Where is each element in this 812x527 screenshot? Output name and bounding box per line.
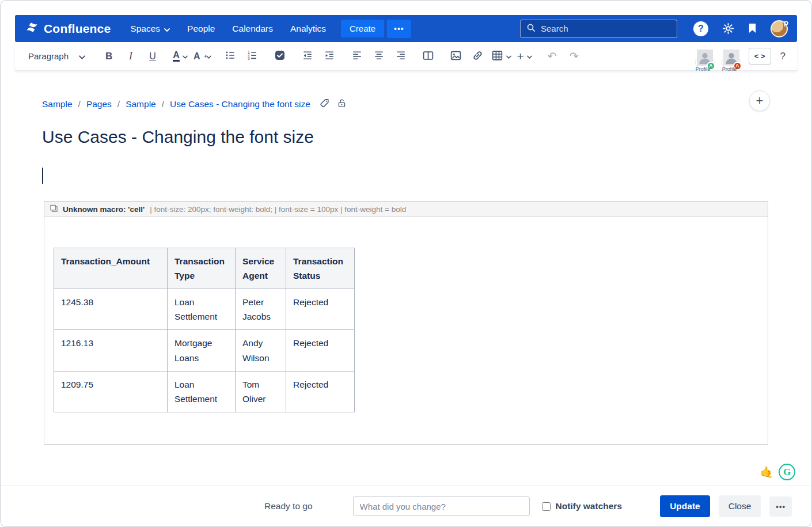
breadcrumb: Sample / Pages / Sample / Use Cases - Ch… [42,94,770,115]
underline-button[interactable]: U [144,48,161,65]
insert-table-button[interactable] [491,48,511,65]
numbered-list-button[interactable]: 123 [244,48,261,65]
more-formatting-button[interactable]: A+ [193,48,211,65]
editor-help-button[interactable]: ? [780,51,786,62]
svg-text:3: 3 [248,56,250,60]
search-input[interactable] [541,24,671,33]
chevron-down-icon [506,52,511,60]
collaborator-avatar[interactable]: A Profile [722,50,739,67]
transactions-table: Transaction_Amount Transaction Type Serv… [54,248,355,412]
page-title[interactable]: Use Cases - Changing the font size [42,127,770,147]
undo-button[interactable]: ↶ [544,48,561,65]
insert-link-button[interactable] [469,48,487,65]
italic-button[interactable]: I [122,48,139,65]
align-right-button[interactable] [392,48,409,65]
table-row: 1209.75 Loan Settlement Tom Oliver Rejec… [54,371,355,412]
column-header[interactable]: Service Agent [236,248,286,289]
nav-more-button[interactable]: ••• [387,20,411,38]
task-list-button[interactable] [271,48,289,65]
page-layout-icon [422,50,434,63]
macro-placeholder-icon [50,204,58,214]
task-checkbox-icon [274,50,286,63]
breadcrumb-link[interactable]: Sample [126,99,156,109]
create-button[interactable]: Create [341,20,384,37]
bullet-list-button[interactable] [222,48,239,65]
table-cell[interactable]: Rejected [286,371,355,412]
outdent-button[interactable] [299,48,316,65]
align-left-button[interactable] [348,48,366,65]
table-cell[interactable]: Loan Settlement [168,289,236,330]
table-header-row: Transaction_Amount Transaction Type Serv… [54,248,355,289]
align-center-button[interactable] [370,48,388,65]
nav-item-people[interactable]: People [187,24,215,34]
collaborator-avatar[interactable]: A Profile [696,50,713,67]
column-header[interactable]: Transaction Status [286,248,355,289]
column-header[interactable]: Transaction Type [168,248,236,289]
notify-watchers-option[interactable]: Notify watchers [542,501,622,511]
text-color-button[interactable]: A [172,48,189,65]
chevron-down-icon [79,51,85,61]
chevron-down-icon [527,52,532,60]
top-navigation: Confluence Spaces People Calendars Analy… [15,15,797,42]
unlock-restrictions-icon[interactable] [337,98,347,111]
breadcrumb-link[interactable]: Pages [86,99,112,109]
confluence-window: Confluence Spaces People Calendars Analy… [0,0,812,527]
image-icon [450,50,462,63]
labels-tag-icon[interactable] [320,98,330,111]
breadcrumb-link[interactable]: Sample [42,99,73,109]
help-icon[interactable]: ? [693,21,708,36]
breadcrumb-link[interactable]: Use Cases - Changing the font size [170,99,310,109]
nav-item-analytics[interactable]: Analytics [290,24,326,34]
version-comment-input[interactable] [353,496,530,516]
column-header[interactable]: Transaction_Amount [54,248,168,289]
notify-watchers-checkbox[interactable] [542,502,551,511]
table-cell[interactable]: 1245.38 [54,289,168,330]
close-button[interactable]: Close [719,495,761,517]
align-right-icon [395,50,407,63]
search-box[interactable] [520,20,677,38]
collaborator-caption: Profile [722,66,737,72]
nav-item-calendars[interactable]: Calendars [232,24,273,34]
outdent-icon [302,50,313,63]
confluence-logo[interactable]: Confluence [25,21,111,36]
align-left-icon [351,50,363,63]
grammarly-icon[interactable]: G [779,464,795,480]
insert-more-button[interactable]: + [516,48,533,65]
grammarly-overlay: 🤙 G [760,464,795,480]
unknown-macro-panel[interactable]: Unknown macro: 'cell' | font-size: 200px… [44,201,768,445]
table-cell[interactable]: 1216.13 [54,330,168,371]
indent-icon [324,50,335,63]
search-icon [526,23,536,35]
table-cell[interactable]: Rejected [286,330,355,371]
nav-item-spaces[interactable]: Spaces [130,24,170,34]
settings-gear-icon[interactable] [722,22,734,35]
notify-watchers-label: Notify watchers [556,501,622,511]
insert-image-button[interactable] [447,48,465,65]
indent-button[interactable] [321,48,338,65]
table-cell[interactable]: Andy Wilson [236,330,286,371]
tone-emoji: 🤙 [760,465,773,479]
table-cell[interactable]: Peter Jacobs [236,289,286,330]
editor-toolbar: Paragraph B I U A A+ 123 [15,42,797,71]
table-cell[interactable]: Mortgage Loans [168,330,236,371]
profile-avatar[interactable]: P [771,20,788,37]
footer-actions: Update Close ••• [660,495,792,517]
macro-header[interactable]: Unknown macro: 'cell' | font-size: 200px… [44,201,768,217]
update-button[interactable]: Update [660,495,710,517]
table-cell[interactable]: Rejected [286,289,355,330]
toolbar-right-group: A Profile A Profile < > ? [696,50,786,67]
bold-button[interactable]: B [100,48,117,65]
table-cell[interactable]: Tom Oliver [236,371,286,412]
notifications-flag-icon[interactable] [748,23,757,34]
footer-more-button[interactable]: ••• [769,496,792,517]
redo-button[interactable]: ↷ [566,48,583,65]
add-page-button[interactable]: + [749,90,770,111]
save-status-text: Ready to go [264,501,313,511]
table-cell[interactable]: Loan Settlement [168,371,236,412]
undo-icon: ↶ [548,50,557,63]
table-cell[interactable]: 1209.75 [54,371,168,412]
paragraph-style-select[interactable]: Paragraph [28,51,85,61]
page-layout-button[interactable] [420,48,437,65]
view-source-button[interactable]: < > [749,48,771,65]
chevron-down-icon [164,24,170,34]
